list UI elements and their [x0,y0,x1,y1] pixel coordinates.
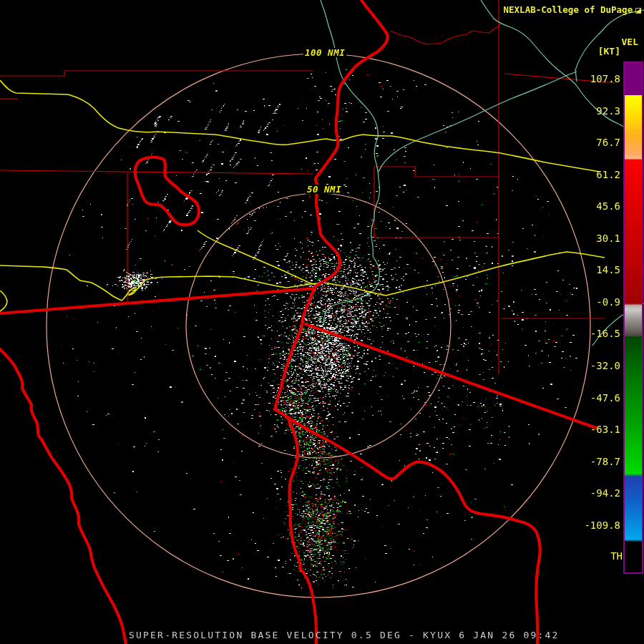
colorbar-tick-label: 61.2 [596,169,620,180]
cod-logo-icon: ◪ [635,5,641,14]
range-ring-100-label: 100 NMI [303,48,346,57]
colorbar-tick-label: -63.1 [590,424,620,435]
range-ring-50-label: 50 NMI [306,185,343,194]
colorbar-title: VEL [622,36,638,47]
colorbar-tick-label: -0.9 [596,296,620,308]
range-ring-100nmi [47,54,590,597]
brand-text: NEXLAB-College of DuPage ◪ [504,4,641,15]
map-overlay-svg [0,0,644,644]
colorbar-tick-label: -32.0 [590,360,620,371]
colorbar-tick-label: 76.7 [596,137,620,148]
radar-display: 100 NMI 50 NMI NEXLAB-College of DuPage … [0,0,644,644]
colorbar-tick-label: 14.5 [596,264,620,275]
river-lines [321,0,644,346]
colorbar-tick-label: -94.2 [590,487,620,499]
colorbar-tick-label: -47.6 [590,392,620,404]
colorbar-tick-label: -109.8 [584,519,620,531]
footer-caption: SUPER-RESOLUTION BASE VELOCITY 0.5 DEG -… [129,630,560,640]
colorbar-tick-label: 107.8 [590,73,620,84]
colorbar-tick-label: -16.5 [590,328,620,339]
colorbar-tick-label: 30.1 [596,233,620,244]
range-ring-50nmi [186,193,451,458]
colorbar-threshold-label: TH [610,550,623,562]
highway-lines [0,80,605,311]
range-rings [47,54,590,597]
brand-label: NEXLAB-College of DuPage [504,4,633,15]
colorbar-units: [KT] [598,46,620,57]
velocity-colorbar [624,62,643,573]
colorbar-tick-label: 45.6 [596,200,620,212]
colorbar-tick-label: 92.3 [596,105,620,117]
colorbar-tick-label: -78.7 [590,456,620,467]
state-boundary-lines [0,0,596,644]
